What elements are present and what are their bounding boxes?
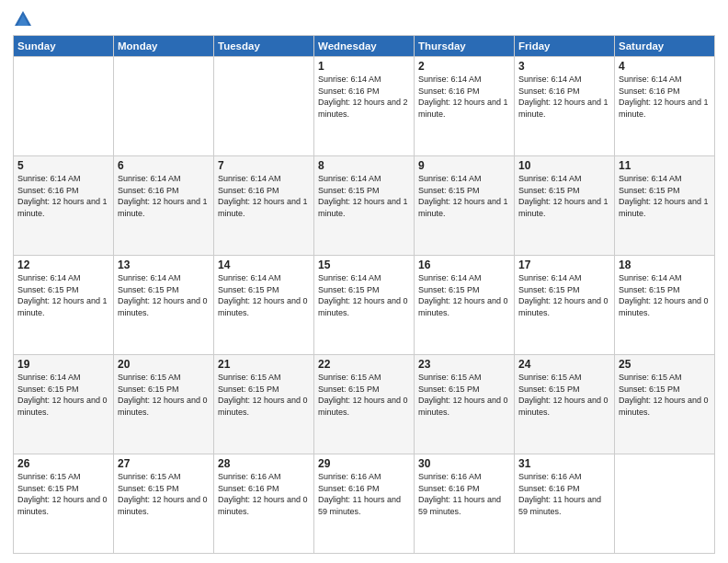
day-cell: 2Sunrise: 6:14 AMSunset: 6:16 PMDaylight… <box>415 57 515 156</box>
logo-icon <box>13 9 33 29</box>
day-cell: 27Sunrise: 6:15 AMSunset: 6:15 PMDayligh… <box>114 454 214 554</box>
day-cell: 12Sunrise: 6:14 AMSunset: 6:15 PMDayligh… <box>14 256 114 355</box>
day-info: Sunrise: 6:14 AMSunset: 6:16 PMDaylight:… <box>619 74 711 120</box>
day-number: 27 <box>118 457 210 470</box>
header <box>13 9 715 29</box>
day-number: 13 <box>118 259 210 271</box>
day-cell: 23Sunrise: 6:15 AMSunset: 6:15 PMDayligh… <box>415 355 515 454</box>
day-info: Sunrise: 6:14 AMSunset: 6:15 PMDaylight:… <box>518 272 610 318</box>
day-info: Sunrise: 6:16 AMSunset: 6:16 PMDaylight:… <box>218 471 310 517</box>
day-cell <box>14 57 114 156</box>
day-number: 25 <box>619 358 711 371</box>
day-number: 4 <box>619 60 711 73</box>
day-number: 28 <box>218 457 310 470</box>
day-cell: 3Sunrise: 6:14 AMSunset: 6:16 PMDaylight… <box>515 57 615 156</box>
weekday-header-wednesday: Wednesday <box>314 36 415 57</box>
day-number: 15 <box>318 259 410 271</box>
day-number: 10 <box>518 159 610 172</box>
day-info: Sunrise: 6:15 AMSunset: 6:15 PMDaylight:… <box>619 372 711 418</box>
day-info: Sunrise: 6:14 AMSunset: 6:15 PMDaylight:… <box>17 372 109 418</box>
weekday-header-monday: Monday <box>114 36 214 57</box>
day-info: Sunrise: 6:14 AMSunset: 6:15 PMDaylight:… <box>418 272 510 318</box>
day-info: Sunrise: 6:14 AMSunset: 6:15 PMDaylight:… <box>619 272 711 318</box>
day-cell <box>214 57 314 156</box>
day-info: Sunrise: 6:14 AMSunset: 6:15 PMDaylight:… <box>619 173 711 219</box>
day-cell: 16Sunrise: 6:14 AMSunset: 6:15 PMDayligh… <box>415 256 515 355</box>
weekday-header-saturday: Saturday <box>615 36 715 57</box>
calendar: SundayMondayTuesdayWednesdayThursdayFrid… <box>13 35 715 554</box>
day-cell: 8Sunrise: 6:14 AMSunset: 6:15 PMDaylight… <box>314 156 415 256</box>
day-number: 19 <box>17 358 109 371</box>
day-cell: 21Sunrise: 6:15 AMSunset: 6:15 PMDayligh… <box>214 355 314 454</box>
day-info: Sunrise: 6:15 AMSunset: 6:15 PMDaylight:… <box>118 372 210 418</box>
day-info: Sunrise: 6:14 AMSunset: 6:16 PMDaylight:… <box>218 173 310 219</box>
logo <box>13 9 35 29</box>
day-info: Sunrise: 6:15 AMSunset: 6:15 PMDaylight:… <box>118 471 210 517</box>
day-cell: 22Sunrise: 6:15 AMSunset: 6:15 PMDayligh… <box>314 355 415 454</box>
day-info: Sunrise: 6:14 AMSunset: 6:16 PMDaylight:… <box>118 173 210 219</box>
day-number: 30 <box>418 457 510 470</box>
day-cell: 11Sunrise: 6:14 AMSunset: 6:15 PMDayligh… <box>615 156 715 256</box>
day-number: 17 <box>518 259 610 271</box>
day-number: 3 <box>518 60 610 73</box>
day-cell: 18Sunrise: 6:14 AMSunset: 6:15 PMDayligh… <box>615 256 715 355</box>
day-number: 6 <box>118 159 210 172</box>
day-cell: 19Sunrise: 6:14 AMSunset: 6:15 PMDayligh… <box>14 355 114 454</box>
day-cell: 20Sunrise: 6:15 AMSunset: 6:15 PMDayligh… <box>114 355 214 454</box>
week-row-4: 19Sunrise: 6:14 AMSunset: 6:15 PMDayligh… <box>14 355 715 454</box>
day-cell: 5Sunrise: 6:14 AMSunset: 6:16 PMDaylight… <box>14 156 114 256</box>
day-info: Sunrise: 6:16 AMSunset: 6:16 PMDaylight:… <box>318 471 410 517</box>
day-info: Sunrise: 6:14 AMSunset: 6:15 PMDaylight:… <box>518 173 610 219</box>
day-number: 29 <box>318 457 410 470</box>
day-info: Sunrise: 6:15 AMSunset: 6:15 PMDaylight:… <box>518 372 610 418</box>
day-number: 22 <box>318 358 410 371</box>
day-cell: 17Sunrise: 6:14 AMSunset: 6:15 PMDayligh… <box>515 256 615 355</box>
day-number: 14 <box>218 259 310 271</box>
day-info: Sunrise: 6:14 AMSunset: 6:15 PMDaylight:… <box>17 272 109 318</box>
day-cell: 25Sunrise: 6:15 AMSunset: 6:15 PMDayligh… <box>615 355 715 454</box>
week-row-5: 26Sunrise: 6:15 AMSunset: 6:15 PMDayligh… <box>14 454 715 554</box>
day-number: 21 <box>218 358 310 371</box>
day-cell: 9Sunrise: 6:14 AMSunset: 6:15 PMDaylight… <box>415 156 515 256</box>
day-number: 1 <box>318 60 410 73</box>
day-cell: 24Sunrise: 6:15 AMSunset: 6:15 PMDayligh… <box>515 355 615 454</box>
day-info: Sunrise: 6:14 AMSunset: 6:16 PMDaylight:… <box>318 74 410 120</box>
day-cell: 29Sunrise: 6:16 AMSunset: 6:16 PMDayligh… <box>314 454 415 554</box>
day-cell: 14Sunrise: 6:14 AMSunset: 6:15 PMDayligh… <box>214 256 314 355</box>
day-number: 23 <box>418 358 510 371</box>
day-info: Sunrise: 6:14 AMSunset: 6:15 PMDaylight:… <box>218 272 310 318</box>
day-info: Sunrise: 6:16 AMSunset: 6:16 PMDaylight:… <box>418 471 510 517</box>
day-info: Sunrise: 6:14 AMSunset: 6:16 PMDaylight:… <box>17 173 109 219</box>
day-info: Sunrise: 6:14 AMSunset: 6:15 PMDaylight:… <box>118 272 210 318</box>
day-cell: 13Sunrise: 6:14 AMSunset: 6:15 PMDayligh… <box>114 256 214 355</box>
day-number: 9 <box>418 159 510 172</box>
day-number: 31 <box>518 457 610 470</box>
day-cell: 10Sunrise: 6:14 AMSunset: 6:15 PMDayligh… <box>515 156 615 256</box>
day-info: Sunrise: 6:15 AMSunset: 6:15 PMDaylight:… <box>218 372 310 418</box>
day-cell: 15Sunrise: 6:14 AMSunset: 6:15 PMDayligh… <box>314 256 415 355</box>
day-cell: 26Sunrise: 6:15 AMSunset: 6:15 PMDayligh… <box>14 454 114 554</box>
day-number: 5 <box>17 159 109 172</box>
weekday-header-row: SundayMondayTuesdayWednesdayThursdayFrid… <box>14 36 715 57</box>
weekday-header-sunday: Sunday <box>14 36 114 57</box>
day-info: Sunrise: 6:14 AMSunset: 6:15 PMDaylight:… <box>318 272 410 318</box>
day-number: 16 <box>418 259 510 271</box>
week-row-3: 12Sunrise: 6:14 AMSunset: 6:15 PMDayligh… <box>14 256 715 355</box>
week-row-2: 5Sunrise: 6:14 AMSunset: 6:16 PMDaylight… <box>14 156 715 256</box>
day-cell: 7Sunrise: 6:14 AMSunset: 6:16 PMDaylight… <box>214 156 314 256</box>
weekday-header-tuesday: Tuesday <box>214 36 314 57</box>
day-cell: 4Sunrise: 6:14 AMSunset: 6:16 PMDaylight… <box>615 57 715 156</box>
day-info: Sunrise: 6:15 AMSunset: 6:15 PMDaylight:… <box>418 372 510 418</box>
day-number: 24 <box>518 358 610 371</box>
day-cell <box>615 454 715 554</box>
day-number: 20 <box>118 358 210 371</box>
day-info: Sunrise: 6:14 AMSunset: 6:15 PMDaylight:… <box>318 173 410 219</box>
week-row-1: 1Sunrise: 6:14 AMSunset: 6:16 PMDaylight… <box>14 57 715 156</box>
day-cell: 1Sunrise: 6:14 AMSunset: 6:16 PMDaylight… <box>314 57 415 156</box>
day-info: Sunrise: 6:15 AMSunset: 6:15 PMDaylight:… <box>17 471 109 517</box>
day-number: 8 <box>318 159 410 172</box>
day-number: 18 <box>619 259 711 271</box>
day-info: Sunrise: 6:14 AMSunset: 6:15 PMDaylight:… <box>418 173 510 219</box>
day-number: 11 <box>619 159 711 172</box>
weekday-header-friday: Friday <box>515 36 615 57</box>
